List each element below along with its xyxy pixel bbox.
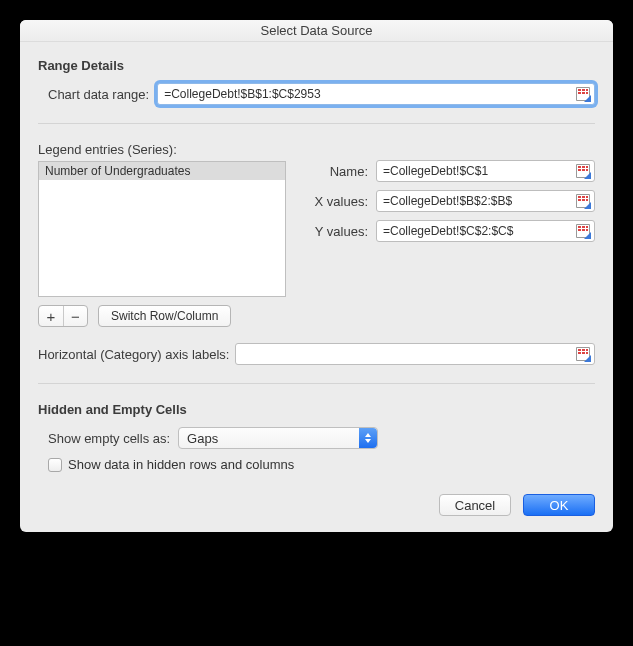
separator bbox=[38, 123, 595, 124]
y-values-field[interactable] bbox=[376, 220, 595, 242]
ok-button[interactable]: OK bbox=[523, 494, 595, 516]
series-name-input[interactable] bbox=[377, 161, 576, 181]
hidden-empty-heading: Hidden and Empty Cells bbox=[38, 402, 595, 417]
horizontal-axis-labels-field[interactable] bbox=[235, 343, 595, 365]
select-data-source-dialog: Select Data Source Range Details Chart d… bbox=[20, 20, 613, 532]
chart-data-range-input[interactable] bbox=[158, 84, 576, 104]
show-hidden-data-checkbox[interactable] bbox=[48, 458, 62, 472]
range-picker-icon[interactable] bbox=[576, 194, 590, 208]
switch-row-column-button[interactable]: Switch Row/Column bbox=[98, 305, 231, 327]
add-remove-segment: + − bbox=[38, 305, 88, 327]
range-details-heading: Range Details bbox=[38, 58, 595, 73]
chart-data-range-label: Chart data range: bbox=[48, 87, 157, 102]
legend-entries-label: Legend entries (Series): bbox=[38, 142, 286, 157]
cancel-button[interactable]: Cancel bbox=[439, 494, 511, 516]
dialog-content: Range Details Chart data range: Legend e… bbox=[20, 42, 613, 532]
add-series-button[interactable]: + bbox=[39, 306, 63, 326]
series-name-field[interactable] bbox=[376, 160, 595, 182]
x-values-field[interactable] bbox=[376, 190, 595, 212]
list-item[interactable]: Number of Undergraduates bbox=[39, 162, 285, 180]
range-picker-icon[interactable] bbox=[576, 224, 590, 238]
chart-data-range-field[interactable] bbox=[157, 83, 595, 105]
show-empty-cells-label: Show empty cells as: bbox=[48, 431, 178, 446]
show-empty-cells-select[interactable]: Gaps bbox=[178, 427, 378, 449]
range-picker-icon[interactable] bbox=[576, 164, 590, 178]
y-values-label: Y values: bbox=[304, 224, 376, 239]
series-listbox[interactable]: Number of Undergraduates bbox=[38, 161, 286, 297]
show-hidden-data-label: Show data in hidden rows and columns bbox=[68, 457, 294, 472]
series-name-label: Name: bbox=[304, 164, 376, 179]
horizontal-axis-labels-label: Horizontal (Category) axis labels: bbox=[38, 347, 235, 362]
x-values-input[interactable] bbox=[377, 191, 576, 211]
remove-series-button[interactable]: − bbox=[63, 306, 87, 326]
dialog-title: Select Data Source bbox=[20, 20, 613, 42]
separator bbox=[38, 383, 595, 384]
y-values-input[interactable] bbox=[377, 221, 576, 241]
x-values-label: X values: bbox=[304, 194, 376, 209]
range-picker-icon[interactable] bbox=[576, 87, 590, 101]
horizontal-axis-labels-input[interactable] bbox=[236, 344, 576, 364]
show-empty-cells-value: Gaps bbox=[187, 431, 218, 446]
range-picker-icon[interactable] bbox=[576, 347, 590, 361]
chevron-updown-icon bbox=[359, 428, 377, 448]
